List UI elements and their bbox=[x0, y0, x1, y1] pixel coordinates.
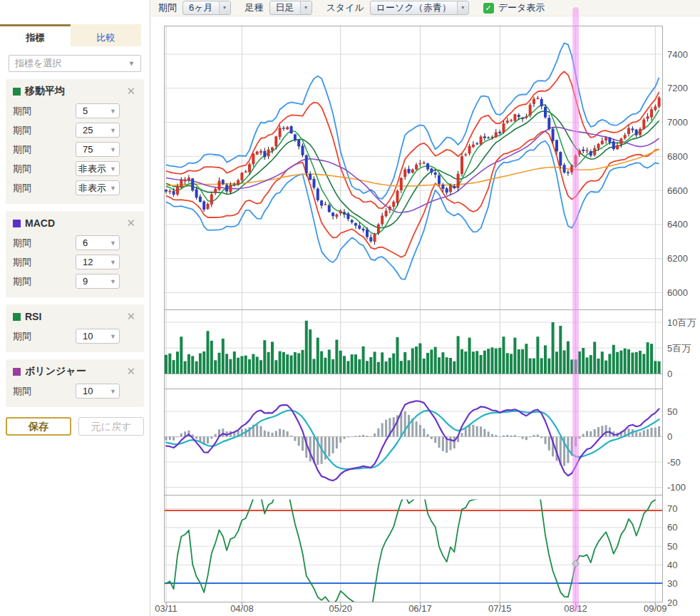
indicator-param-row: 期間9▼ bbox=[13, 274, 137, 289]
period-select[interactable]: 12▼ bbox=[76, 255, 120, 270]
horizontal-gridlines bbox=[165, 54, 663, 584]
axis-tick-label: 06/17 bbox=[408, 603, 432, 614]
indicator-card-title: MACD bbox=[25, 217, 125, 229]
param-label: 期間 bbox=[13, 143, 56, 156]
bar-type-value[interactable]: 日足 bbox=[270, 1, 300, 14]
chevron-down-icon: ▼ bbox=[110, 165, 116, 173]
period-select[interactable]: 非表示▼ bbox=[76, 161, 120, 176]
indicator-card-2: RSI✕期間10▼ bbox=[6, 304, 144, 352]
bollinger-band-line bbox=[166, 131, 659, 257]
style-label: スタイル bbox=[326, 1, 364, 14]
period-value: 10 bbox=[83, 331, 93, 342]
bar-type-dropdown[interactable]: 日足 ▾ bbox=[269, 1, 312, 15]
period-select[interactable]: 5▼ bbox=[76, 103, 120, 118]
indicator-swatch-icon bbox=[13, 88, 21, 96]
period-value: 非表示 bbox=[78, 182, 106, 195]
bar-type-label: 足種 bbox=[245, 1, 264, 14]
close-icon[interactable]: ✕ bbox=[125, 365, 137, 378]
tab-compare[interactable]: 比較 bbox=[71, 24, 141, 46]
bollinger-band-line bbox=[166, 43, 659, 199]
moving-average-line bbox=[166, 127, 659, 212]
axis-tick-label: 6800 bbox=[667, 151, 688, 162]
data-display-checkbox[interactable]: ✓ bbox=[483, 3, 494, 14]
panel-borders bbox=[165, 26, 663, 602]
indicator-param-row: 期間10▼ bbox=[13, 329, 137, 344]
vertical-gridlines bbox=[166, 26, 655, 602]
period-value: 75 bbox=[83, 144, 93, 155]
moving-average-line bbox=[166, 149, 659, 186]
axis-tick-label: 08/12 bbox=[564, 603, 587, 614]
param-label: 期間 bbox=[13, 105, 56, 118]
indicator-param-row: 期間6▼ bbox=[13, 235, 137, 250]
bollinger-mid-line bbox=[166, 111, 659, 228]
axis-tick-label: 50 bbox=[667, 406, 677, 417]
save-button[interactable]: 保存 bbox=[6, 417, 71, 436]
chevron-down-icon[interactable]: ▾ bbox=[457, 1, 468, 14]
tab-indicators[interactable]: 指標 bbox=[0, 24, 71, 46]
moving-average-line bbox=[166, 105, 659, 234]
param-label: 期間 bbox=[13, 237, 56, 250]
indicator-sidebar: 指標 比較 指標を選択 ▼ 移動平均✕期間5▼期間25▼期間75▼期間非表示▼期… bbox=[0, 0, 150, 616]
indicator-param-row: 期間10▼ bbox=[13, 384, 137, 399]
indicator-swatch-icon bbox=[13, 220, 21, 227]
indicator-param-row: 期間25▼ bbox=[13, 123, 137, 138]
period-value[interactable]: 6ヶ月 bbox=[183, 1, 219, 14]
candlesticks bbox=[165, 96, 661, 245]
param-label: 期間 bbox=[13, 124, 56, 137]
indicator-param-row: 期間5▼ bbox=[13, 103, 137, 118]
axis-tick-label: 03/11 bbox=[155, 603, 177, 614]
period-select[interactable]: 6▼ bbox=[76, 235, 120, 250]
volume-panel bbox=[165, 321, 661, 374]
period-select[interactable]: 10▼ bbox=[76, 384, 120, 399]
param-label: 期間 bbox=[13, 385, 56, 398]
period-select[interactable]: 25▼ bbox=[76, 123, 120, 138]
period-select[interactable]: 非表示▼ bbox=[76, 180, 120, 195]
indicator-card-title: RSI bbox=[25, 311, 125, 322]
close-icon[interactable]: ✕ bbox=[125, 217, 137, 230]
axis-tick-label: 20 bbox=[667, 597, 677, 608]
indicator-card-1: MACD✕期間6▼期間12▼期間9▼ bbox=[6, 211, 144, 297]
indicator-swatch-icon bbox=[13, 313, 21, 321]
close-icon[interactable]: ✕ bbox=[125, 85, 137, 98]
indicator-card-title: ボリンジャー bbox=[25, 365, 125, 378]
period-value: 5 bbox=[83, 106, 88, 116]
indicator-cards: 移動平均✕期間5▼期間25▼期間75▼期間非表示▼期間非表示▼MACD✕期間6▼… bbox=[0, 79, 150, 407]
undo-button[interactable]: 元に戻す bbox=[78, 417, 144, 436]
indicator-card-title: 移動平均 bbox=[25, 85, 125, 98]
period-value: 10 bbox=[83, 386, 93, 396]
period-value: 9 bbox=[83, 276, 88, 287]
indicator-select[interactable]: 指標を選択 ▼ bbox=[9, 55, 141, 72]
close-icon[interactable]: ✕ bbox=[125, 310, 137, 323]
chevron-down-icon: ▼ bbox=[110, 146, 116, 153]
param-label: 期間 bbox=[13, 182, 56, 195]
chevron-down-icon[interactable]: ▾ bbox=[300, 1, 312, 14]
style-value[interactable]: ローソク（赤青） bbox=[371, 1, 457, 14]
axis-tick-label: 7400 bbox=[667, 49, 688, 60]
axis-tick-label: 7200 bbox=[667, 83, 688, 93]
axis-tick-label: 10百万 bbox=[667, 317, 696, 328]
rsi-cursor-marker bbox=[572, 560, 580, 567]
period-select[interactable]: 9▼ bbox=[76, 274, 120, 289]
axis-labels: 7400720070006800660064006200600010百万5百万0… bbox=[155, 49, 696, 615]
axis-tick-label: 04/08 bbox=[230, 603, 254, 614]
axis-tick-label: -100 bbox=[667, 482, 686, 493]
sidebar-tabs: 指標 比較 bbox=[0, 24, 150, 46]
style-dropdown[interactable]: ローソク（赤青） ▾ bbox=[370, 1, 469, 15]
chevron-down-icon: ▼ bbox=[110, 108, 116, 115]
indicator-param-row: 期間非表示▼ bbox=[13, 161, 137, 176]
chevron-down-icon: ▼ bbox=[110, 259, 116, 266]
period-select[interactable]: 75▼ bbox=[76, 142, 120, 157]
axis-tick-label: 6400 bbox=[667, 219, 688, 230]
period-dropdown[interactable]: 6ヶ月 ▾ bbox=[182, 1, 231, 15]
axis-tick-label: 07/15 bbox=[488, 603, 512, 614]
indicator-card-3: ボリンジャー✕期間10▼ bbox=[6, 359, 144, 407]
chevron-down-icon: ▼ bbox=[110, 388, 116, 395]
period-select[interactable]: 10▼ bbox=[76, 329, 120, 344]
macd-panel bbox=[165, 411, 661, 466]
data-display-label: データ表示 bbox=[498, 1, 545, 14]
date-cursor-highlight[interactable] bbox=[572, 7, 579, 612]
indicator-swatch-icon bbox=[13, 368, 21, 376]
indicator-param-row: 期間12▼ bbox=[13, 255, 137, 270]
axis-tick-label: 70 bbox=[667, 503, 677, 514]
chevron-down-icon[interactable]: ▾ bbox=[219, 1, 230, 14]
